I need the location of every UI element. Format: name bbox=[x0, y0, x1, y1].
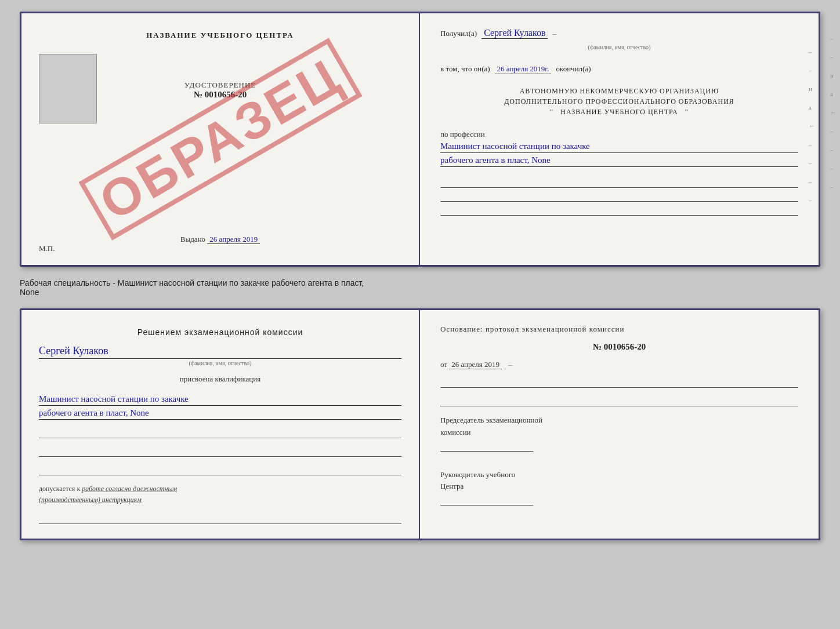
side-mark-2: – bbox=[809, 67, 815, 74]
rukovoditel-signature bbox=[440, 497, 533, 506]
допускается-label: допускается к bbox=[39, 485, 80, 493]
po-professii-label: по профессии bbox=[440, 130, 485, 139]
b-mark-2: – bbox=[830, 53, 837, 60]
ot-date: 26 апреля 2019 bbox=[449, 360, 502, 369]
rukovoditel-label: Руководитель учебного Центра bbox=[440, 469, 798, 493]
b-mark-7: – bbox=[830, 146, 837, 153]
ot-date-line: от 26 апреля 2019 – bbox=[440, 360, 798, 369]
profession-line2: рабочего агента в пласт, None bbox=[440, 155, 798, 167]
org-line3: " НАЗВАНИЕ УЧЕБНОГО ЦЕНТРА " bbox=[440, 107, 798, 117]
vydano-line: Выдано 26 апреля 2019 bbox=[180, 223, 260, 244]
blank-line-1 bbox=[39, 430, 401, 438]
right-blank-1 bbox=[440, 380, 798, 388]
bottom-doc-right: Основание: протокол экзаменационной коми… bbox=[420, 310, 819, 539]
side-mark-7: – bbox=[809, 159, 815, 166]
b-mark-3: и bbox=[830, 72, 837, 79]
qual-block: Машинист насосной станции по закачке раб… bbox=[39, 392, 401, 420]
resheniem-title: Решением экзаменационной комиссии bbox=[39, 328, 401, 337]
b-mark-8: – bbox=[830, 165, 837, 172]
protocol-number: № 0010656-20 bbox=[440, 342, 798, 352]
left-center-title: НАЗВАНИЕ УЧЕБНОГО ЦЕНТРА bbox=[146, 31, 294, 40]
predsedatel-block: Председатель экзаменационной комиссии bbox=[440, 415, 798, 452]
vtom-date: 26 апреля 2019г. bbox=[495, 64, 552, 74]
bottom-name-hint: (фамилия, имя, отчество) bbox=[39, 360, 401, 366]
poluchil-name: Сергей Кулаков bbox=[481, 28, 548, 39]
org-block: АВТОНОМНУЮ НЕКОММЕРЧЕСКУЮ ОРГАНИЗАЦИЮ ДО… bbox=[440, 86, 798, 117]
b-mark-1: – bbox=[830, 35, 837, 42]
rukovoditel-block: Руководитель учебного Центра bbox=[440, 469, 798, 506]
bottom-right-side-marks: – – и а ← – – – – bbox=[830, 35, 837, 190]
poluchil-row: Получил(а) Сергей Кулаков – bbox=[440, 28, 798, 39]
prisvoena-label: присвоена квалификация bbox=[39, 375, 401, 384]
between-label-line2: None bbox=[20, 288, 820, 297]
vydano-date: 26 апреля 2019 bbox=[207, 235, 260, 244]
top-doc-left: НАЗВАНИЕ УЧЕБНОГО ЦЕНТРА УДОСТОВЕРЕНИЕ №… bbox=[21, 13, 420, 265]
po-professii-block: по профессии Машинист насосной станции п… bbox=[440, 130, 798, 167]
side-mark-4: а bbox=[809, 104, 815, 111]
bottom-name: Сергей Кулаков bbox=[39, 345, 401, 359]
vydano-label: Выдано bbox=[180, 235, 205, 243]
vtom-row: в том, что он(а) 26 апреля 2019г. окончи… bbox=[440, 64, 798, 74]
obrazec-watermark: ОБРАЗЕЦ bbox=[78, 38, 362, 240]
predsedatel-label: Председатель экзаменационной комиссии bbox=[440, 415, 798, 439]
osnovanie-title: Основание: протокол экзаменационной коми… bbox=[440, 325, 798, 334]
ot-dash: – bbox=[508, 360, 512, 369]
b-mark-6: – bbox=[830, 128, 837, 134]
org-line1: АВТОНОМНУЮ НЕКОММЕРЧЕСКУЮ ОРГАНИЗАЦИЮ bbox=[440, 86, 798, 96]
side-mark-5: ← bbox=[809, 122, 815, 129]
poluchil-label: Получил(а) bbox=[440, 29, 477, 38]
udostoverenie-title: УДОСТОВЕРЕНИЕ bbox=[184, 81, 256, 90]
blank-line-3 bbox=[39, 467, 401, 475]
org-line2: ДОПОЛНИТЕЛЬНОГО ПРОФЕССИОНАЛЬНОГО ОБРАЗО… bbox=[440, 96, 798, 107]
blank-line-4 bbox=[39, 516, 401, 524]
bottom-doc-left: Решением экзаменационной комиссии Сергей… bbox=[21, 310, 420, 539]
side-mark-8: – bbox=[809, 178, 815, 185]
side-mark-6: – bbox=[809, 141, 815, 148]
b-mark-5: ← bbox=[830, 109, 837, 116]
blank-line-2 bbox=[39, 449, 401, 457]
familiya-hint: (фамилия, имя, отчество) bbox=[588, 44, 651, 50]
side-mark-3: и bbox=[809, 85, 815, 92]
side-mark-9: – bbox=[809, 197, 815, 203]
photo-placeholder bbox=[39, 54, 97, 123]
right-blank-2 bbox=[440, 398, 798, 406]
okonchil-label: окончил(а) bbox=[556, 64, 591, 74]
predsedatel-signature bbox=[440, 443, 533, 452]
profession-line1: Машинист насосной станции по закачке bbox=[440, 141, 798, 153]
between-label-line1: Рабочая специальность - Машинист насосно… bbox=[20, 278, 820, 288]
vtom-label: в том, что он(а) bbox=[440, 64, 490, 74]
dash-lines bbox=[440, 177, 798, 216]
side-mark-1: – bbox=[809, 48, 815, 55]
dash-line-3 bbox=[440, 208, 798, 216]
bottom-document-spread: Решением экзаменационной комиссии Сергей… bbox=[20, 308, 820, 540]
top-doc-right: Получил(а) Сергей Кулаков – (фамилия, им… bbox=[420, 13, 819, 265]
mp-label: М.П. bbox=[39, 244, 55, 253]
dash-line-1 bbox=[440, 180, 798, 188]
side-marks-right: – – и а ← – – – – bbox=[809, 48, 815, 203]
udostoverenie-number: № 0010656-20 bbox=[184, 90, 256, 100]
ot-label: от bbox=[440, 360, 447, 369]
qual-line1: Машинист насосной станции по закачке bbox=[39, 394, 401, 406]
dash-line-2 bbox=[440, 194, 798, 202]
qual-line2: рабочего агента в пласт, None bbox=[39, 408, 401, 420]
b-mark-9: – bbox=[830, 183, 837, 190]
допускается-block: допускается к работе согласно должностны… bbox=[39, 483, 401, 506]
top-document-spread: НАЗВАНИЕ УЧЕБНОГО ЦЕНТРА УДОСТОВЕРЕНИЕ №… bbox=[20, 12, 820, 267]
b-mark-4: а bbox=[830, 90, 837, 97]
bottom-name-block: Сергей Кулаков (фамилия, имя, отчество) bbox=[39, 345, 401, 366]
between-label: Рабочая специальность - Машинист насосно… bbox=[20, 276, 820, 299]
